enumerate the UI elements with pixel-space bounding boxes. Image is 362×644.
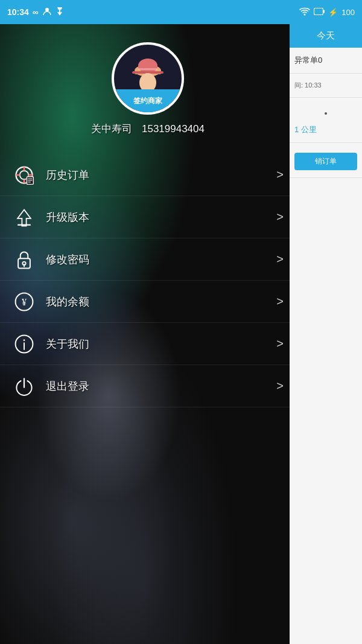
svg-rect-6 — [314, 8, 323, 14]
status-bar: 10:34 ∞ — [0, 0, 362, 24]
history-orders-label: 历史订单 — [46, 168, 276, 182]
today-label: 今天 — [317, 30, 335, 40]
user-name: 关中寿司 — [91, 122, 132, 136]
svg-marker-27 — [17, 209, 31, 226]
menu-item-password[interactable]: 修改密码 > — [0, 238, 296, 281]
logout-arrow: > — [276, 379, 284, 393]
cancel-order-button[interactable]: 销订单 — [294, 153, 357, 170]
merchant-badge: 签约商家 — [114, 89, 182, 112]
balance-label: 我的余额 — [46, 295, 276, 309]
menu-item-history-orders[interactable]: 历史订单 > — [0, 154, 296, 196]
upgrade-icon — [12, 205, 36, 229]
menu-item-logout[interactable]: 退出登录 > — [0, 365, 296, 407]
svg-rect-4 — [60, 7, 62, 8]
about-label: 关于我们 — [46, 337, 276, 351]
upgrade-label: 升级版本 — [46, 210, 276, 225]
status-left: 10:34 ∞ — [7, 7, 64, 18]
password-arrow: > — [276, 252, 284, 266]
right-panel: 今天 异常单0 间: 10:33 1 公里 销订单 — [290, 24, 362, 644]
about-arrow: > — [276, 337, 284, 351]
distance-info: 1 公里 — [290, 117, 362, 143]
status-right: ⚡ 100 — [299, 7, 355, 18]
info-icon — [12, 332, 36, 356]
lock-icon — [12, 247, 36, 272]
usb-icon — [56, 7, 64, 18]
svg-point-0 — [45, 8, 49, 11]
profile-section: 签约商家 关中寿司 15319943404 — [0, 24, 296, 148]
menu-list: 历史订单 > 升级版本 > — [0, 154, 296, 407]
svg-text:¥: ¥ — [22, 297, 27, 308]
svg-rect-3 — [57, 7, 59, 8]
bolt-icon: ⚡ — [328, 8, 338, 17]
svg-rect-7 — [323, 10, 325, 13]
menu-item-upgrade[interactable]: 升级版本 > — [0, 196, 296, 238]
person-icon — [42, 7, 52, 18]
svg-rect-13 — [138, 68, 157, 70]
svg-point-5 — [304, 13, 306, 15]
upgrade-arrow: > — [276, 210, 284, 224]
svg-point-35 — [24, 339, 25, 341]
password-label: 修改密码 — [46, 252, 276, 267]
avatar: 签约商家 — [112, 42, 184, 115]
yen-icon: ¥ — [12, 290, 36, 314]
abnormal-orders: 异常单0 — [290, 48, 362, 74]
history-icon — [12, 163, 36, 187]
time-display: 10:34 — [7, 7, 29, 17]
menu-item-about[interactable]: 关于我们 > — [0, 323, 296, 365]
infinity-icon: ∞ — [33, 7, 39, 17]
logout-label: 退出登录 — [46, 379, 276, 394]
user-info: 关中寿司 15319943404 — [91, 122, 205, 136]
menu-item-balance[interactable]: ¥ 我的余额 > — [0, 281, 296, 323]
power-icon — [12, 374, 36, 398]
time-info: 间: 10:33 — [290, 74, 362, 98]
user-phone: 15319943404 — [142, 123, 205, 135]
wifi-icon — [299, 7, 310, 18]
cancel-order-section: 销订单 — [290, 143, 362, 178]
battery-level: 100 — [341, 8, 355, 17]
battery-outline-icon — [314, 8, 325, 17]
right-panel-header: 今天 — [290, 24, 362, 48]
balance-arrow: > — [276, 295, 284, 308]
menu-overlay: 签约商家 关中寿司 15319943404 — [0, 24, 296, 644]
history-orders-arrow: > — [276, 168, 284, 182]
